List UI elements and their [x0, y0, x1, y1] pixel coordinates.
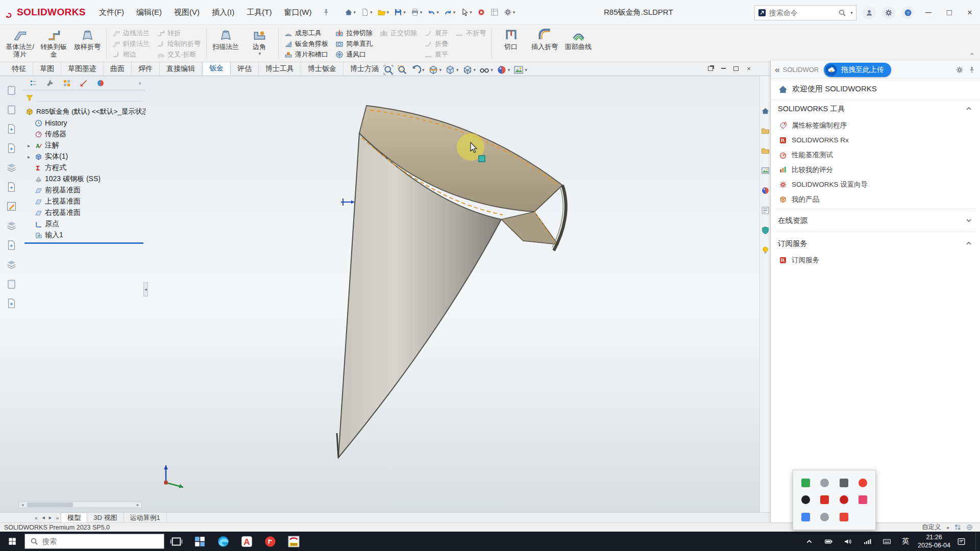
- taskbar-search-input[interactable]: [42, 537, 159, 545]
- ime-indicator[interactable]: 英: [900, 537, 911, 546]
- collapse-pane-icon[interactable]: «: [775, 65, 779, 75]
- dropdown-caret-icon[interactable]: ▾: [436, 10, 439, 15]
- action-center-icon[interactable]: [957, 537, 966, 546]
- tab-博士工具[interactable]: 博士工具: [259, 62, 301, 76]
- ribbon-button-convert-sheet-metal[interactable]: 转换到钣金: [37, 27, 70, 60]
- scroll-left-icon[interactable]: ◂: [19, 503, 26, 507]
- headsup-hide-show-items-button[interactable]: ▾: [478, 64, 494, 76]
- window-minimize-button[interactable]: ─: [921, 8, 936, 18]
- start-button[interactable]: [0, 532, 24, 551]
- quick-redo-button[interactable]: ▾: [442, 6, 458, 18]
- doc-tab-运动算例1[interactable]: 运动算例1: [124, 513, 167, 523]
- customize-label[interactable]: 自定义: [922, 523, 941, 532]
- search-icon[interactable]: [838, 9, 846, 17]
- tree-filter-input[interactable]: [37, 94, 142, 102]
- side-tool-3[interactable]: [4, 121, 19, 136]
- taskbar-app-edge[interactable]: [211, 532, 235, 551]
- tree-item-前视基准面[interactable]: 前视基准面: [22, 185, 145, 196]
- menu-item[interactable]: 窗口(W): [278, 5, 317, 20]
- taskpane-tab-custom-properties[interactable]: [759, 204, 772, 217]
- tree-item-传感器[interactable]: 传感器: [22, 129, 145, 140]
- tab-博士钣金[interactable]: 博士钣金: [301, 62, 344, 76]
- quick-gear-button[interactable]: ▾: [502, 6, 518, 18]
- ribbon-button-corner[interactable]: 边角▾: [242, 27, 276, 60]
- menu-item[interactable]: 插入(I): [206, 5, 240, 20]
- side-tool-11[interactable]: [4, 277, 19, 291]
- expand-icon[interactable]: ▸: [28, 143, 30, 148]
- headsup-edit-appearance-button[interactable]: ▾: [496, 64, 511, 76]
- ribbon-button-gusset[interactable]: 钣金角撑板: [281, 38, 332, 49]
- side-tool-1[interactable]: [4, 83, 19, 97]
- headsup-apply-scene-button[interactable]: ▾: [512, 64, 528, 76]
- taskpane-tab-design-library[interactable]: [759, 124, 772, 137]
- ribbon-button-simple-hole[interactable]: 简单直孔: [332, 38, 376, 49]
- tab-草图[interactable]: 草图: [33, 62, 61, 76]
- dropdown-caret-icon[interactable]: ▾: [456, 67, 459, 72]
- expand-icon[interactable]: ▸: [28, 154, 30, 160]
- ribbon-button-face-curves[interactable]: 面部曲线: [561, 27, 595, 60]
- side-tool-7[interactable]: [4, 199, 19, 214]
- tab-曲面[interactable]: 曲面: [104, 62, 132, 76]
- dropdown-caret-icon[interactable]: ▾: [508, 67, 510, 72]
- tray-popup-icon-2[interactable]: [820, 479, 829, 487]
- tree-tab-property-manager[interactable]: [44, 77, 56, 89]
- side-tool-9[interactable]: [4, 238, 19, 253]
- tree-item-实体(1)[interactable]: ▸实体(1): [22, 151, 145, 162]
- menu-pin-icon[interactable]: [322, 8, 330, 16]
- options-icon[interactable]: [882, 6, 895, 19]
- ribbon-button-forming-tool[interactable]: 成形工具: [281, 28, 332, 38]
- tree-tab-dimxpert-manager[interactable]: [78, 77, 90, 89]
- graphics-viewport[interactable]: [145, 76, 760, 512]
- side-tool-6[interactable]: [4, 180, 19, 194]
- dropdown-caret-icon[interactable]: ▾: [474, 67, 476, 72]
- quick-select-cursor-button[interactable]: ▾: [458, 6, 474, 18]
- headsup-previous-view-button[interactable]: ▾: [410, 64, 426, 76]
- doc-tab-模型[interactable]: 模型: [61, 512, 87, 523]
- customize-caret-icon[interactable]: ▸: [947, 525, 949, 530]
- taskpane-item-性能基准测试[interactable]: 性能基准测试: [771, 147, 980, 162]
- menu-item[interactable]: 编辑(E): [130, 5, 168, 20]
- welcome-row[interactable]: 欢迎使用 SOLIDWORKS: [771, 79, 980, 99]
- tray-popup-icon-9[interactable]: [801, 513, 810, 521]
- taskbar-app-tiles[interactable]: [188, 532, 211, 551]
- tray-battery[interactable]: [822, 535, 835, 548]
- taskbar-app-wps-a[interactable]: A: [235, 532, 258, 551]
- tray-network[interactable]: [861, 535, 874, 548]
- tabs-last-icon[interactable]: »: [54, 515, 61, 521]
- menu-item[interactable]: 工具(T): [240, 5, 278, 20]
- ribbon-button-base-flange[interactable]: 基体法兰/薄片: [3, 27, 37, 60]
- taskbar-app-sw2023[interactable]: 2023: [282, 532, 305, 551]
- dropdown-caret-icon[interactable]: ▾: [422, 67, 425, 72]
- tree-item-方程式[interactable]: Σ方程式: [22, 162, 145, 173]
- tray-popup-icon-8[interactable]: [859, 495, 867, 504]
- tree-item-输入1[interactable]: 输入1: [22, 230, 145, 241]
- headsup-section-view-button[interactable]: ▾: [427, 64, 443, 76]
- tab-草图墨迹[interactable]: 草图墨迹: [61, 62, 104, 76]
- tree-tab-feature-manager[interactable]: [27, 77, 39, 89]
- tray-popup-icon-5[interactable]: [801, 495, 810, 504]
- dropdown-caret-icon[interactable]: ▾: [525, 67, 527, 72]
- tray-keyboard[interactable]: [880, 535, 893, 548]
- taskpane-item-属性标签编制程序[interactable]: 属性标签编制程序: [771, 118, 980, 133]
- ribbon-button-rip[interactable]: 切口: [494, 27, 528, 60]
- menu-item[interactable]: 文件(F): [93, 5, 130, 20]
- quick-home-button[interactable]: ▾: [342, 6, 358, 18]
- ribbon-button-swept-flange[interactable]: 扫描法兰: [209, 27, 242, 60]
- tree-item-History[interactable]: History: [22, 117, 145, 129]
- dropdown-caret-icon[interactable]: ▾: [491, 67, 493, 72]
- doc-close-icon[interactable]: ×: [745, 64, 753, 72]
- taskpane-tab-forum[interactable]: [759, 224, 772, 237]
- quick-new-doc-button[interactable]: ▾: [359, 6, 375, 18]
- dropdown-caret-icon[interactable]: ▾: [403, 10, 406, 15]
- pin-pane-icon[interactable]: [968, 66, 976, 74]
- ribbon-button-tab-slot[interactable]: 薄片和槽口: [281, 49, 332, 60]
- tab-直接编辑[interactable]: 直接编辑: [160, 62, 202, 76]
- ribbon-button-insert-bends[interactable]: 插入折弯: [528, 27, 561, 60]
- section-header-SOLIDWORKS 工具[interactable]: SOLIDWORKS 工具: [771, 99, 980, 118]
- side-tool-10[interactable]: [4, 257, 19, 272]
- ribbon-button-vent[interactable]: 通风口: [332, 49, 376, 60]
- dropdown-caret-icon[interactable]: ▾: [387, 10, 389, 15]
- tray-popup-icon-1[interactable]: [801, 479, 810, 487]
- dropdown-caret-icon[interactable]: ▾: [354, 10, 356, 15]
- tray-volume[interactable]: [842, 535, 854, 548]
